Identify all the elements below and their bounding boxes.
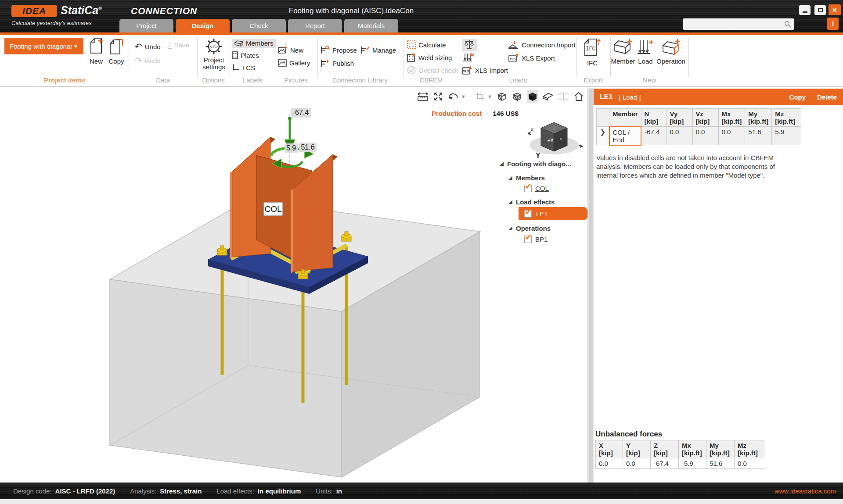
col-header-mx: Mx[kip.ft] xyxy=(718,109,745,127)
info-button[interactable]: i xyxy=(827,18,839,30)
measure-icon[interactable] xyxy=(417,90,429,103)
connection-import-button[interactable]: Connection Import xyxy=(508,40,576,49)
new-project-item-button[interactable]: New xyxy=(86,38,106,65)
project-settings-button[interactable]: </> Project settings xyxy=(194,38,234,71)
mx-cell[interactable]: 0.0 xyxy=(718,127,745,145)
chevron-down-icon[interactable]: ▼ xyxy=(487,94,492,99)
home-view-icon[interactable] xyxy=(573,90,584,103)
labels-plates-toggle[interactable]: Plates xyxy=(232,51,259,59)
close-button[interactable]: ✕ xyxy=(829,4,841,15)
member-col-label[interactable]: COL xyxy=(263,202,283,216)
vy-cell[interactable]: 0.0 xyxy=(666,127,692,145)
n-cell[interactable]: -67.4 xyxy=(641,127,666,145)
rotate-view-icon[interactable] xyxy=(448,90,459,103)
unb-header-my: My[kip.ft] xyxy=(706,440,735,458)
new-load-button[interactable]: Load xyxy=(636,39,655,65)
tree-group-members[interactable]: Members xyxy=(508,174,545,182)
internal-forces-table: Member N[kip] Vy[kip] Vz[kip] Mx[kip.ft]… xyxy=(596,108,801,146)
moment-mz-label: 5.9 xyxy=(285,143,298,153)
delete-load-button[interactable]: Delete xyxy=(817,93,837,101)
checkbox[interactable]: ✔ xyxy=(524,210,532,218)
my-cell[interactable]: 51.6 xyxy=(745,127,772,145)
xls-import-button[interactable]: XLS XLS Import xyxy=(462,66,508,75)
new-document-icon xyxy=(88,38,104,56)
mz-cell[interactable]: 5.9 xyxy=(772,127,801,145)
unb-z: -67.4 xyxy=(651,458,679,469)
svg-text:5.9: 5.9 xyxy=(286,144,296,152)
checkbox[interactable]: ✔ xyxy=(524,185,532,192)
gallery-icon xyxy=(278,59,287,67)
copy-project-item-button[interactable]: Copy xyxy=(106,38,126,65)
flip-view-icon[interactable] xyxy=(558,90,569,103)
table-row: ❯ COL / End -67.4 0.0 0.0 0.0 51.6 5.9 xyxy=(597,127,801,145)
weld-sizing-button[interactable]: +− ×÷ Weld sizing xyxy=(407,53,452,62)
footing-3d-scene[interactable]: -67.4 5.9 51.6 COL xyxy=(0,88,587,483)
crop-icon[interactable] xyxy=(474,90,486,103)
section-view-icon[interactable] xyxy=(542,90,554,103)
design-code-label: Design code: xyxy=(13,487,52,495)
navigation-cube[interactable]: +Y X Z Y X xyxy=(527,118,584,161)
calculate-button[interactable]: +− ×÷ Calculate xyxy=(407,40,446,49)
unbalanced-forces-table: X[kip] Y[kip] Z[kip] Mx[kip.ft] My[kip.f… xyxy=(595,440,765,469)
undo-button[interactable]: ↶ Undo xyxy=(135,41,161,52)
equilibrium-toggle[interactable] xyxy=(462,39,477,51)
checkbox[interactable]: ✔ xyxy=(524,236,532,243)
xls-export-button[interactable]: XLS XLS Export xyxy=(508,54,555,62)
tree-root[interactable]: Footing with diago... xyxy=(500,160,571,168)
minimize-button[interactable] xyxy=(799,5,811,15)
row-expander[interactable]: ❯ xyxy=(597,127,609,145)
project-item-dropdown[interactable]: Footing with diagonal ▼ xyxy=(4,38,83,54)
tree-item-col[interactable]: ✔ COL xyxy=(524,185,549,192)
ifc-export-button[interactable]: IFC IFC xyxy=(582,38,602,67)
expander-icon[interactable] xyxy=(508,226,512,230)
plate-icon xyxy=(232,51,238,59)
tree-group-operations[interactable]: Operations xyxy=(508,225,551,232)
viewport-scrollbar[interactable] xyxy=(587,88,594,483)
scrollbar-thumb[interactable] xyxy=(589,89,593,482)
redo-button[interactable]: ↷ Redo xyxy=(135,55,161,66)
transparent-view-icon[interactable] xyxy=(512,90,523,103)
tab-project[interactable]: Project xyxy=(119,19,173,32)
expander-icon[interactable] xyxy=(508,200,512,204)
member-cell[interactable]: COL / End xyxy=(609,127,641,145)
picture-new-button[interactable]: New xyxy=(278,46,303,54)
labels-lcs-toggle[interactable]: LCS xyxy=(232,64,255,71)
tree-item-le1-selected[interactable]: ✔ LE1 xyxy=(519,207,587,220)
search-icon[interactable] xyxy=(784,21,794,28)
save-button[interactable]: ↓ Save xyxy=(168,41,189,49)
zoom-fit-icon[interactable] xyxy=(432,90,444,103)
maximize-button[interactable] xyxy=(814,5,826,15)
units-value: in xyxy=(336,487,342,495)
tree-group-load-effects[interactable]: Load effects xyxy=(508,198,555,206)
gallery-button[interactable]: Gallery xyxy=(278,59,310,67)
publish-button[interactable]: Publish xyxy=(320,59,354,68)
new-member-button[interactable]: Member xyxy=(610,39,636,65)
group-label-export: Export xyxy=(578,76,609,84)
labels-members-toggle[interactable]: Members xyxy=(232,39,276,48)
chevron-down-icon[interactable]: ▼ xyxy=(461,94,466,99)
vz-cell[interactable]: 0.0 xyxy=(692,127,718,145)
manage-button[interactable]: Manage xyxy=(360,46,396,54)
expander-icon[interactable] xyxy=(500,162,504,166)
undo-icon: ↶ xyxy=(135,41,142,52)
solid-view-icon[interactable] xyxy=(527,90,538,103)
tab-materials[interactable]: Materials xyxy=(344,19,398,32)
search-input[interactable] xyxy=(683,19,784,29)
tree-item-bp1[interactable]: ✔ BP1 xyxy=(524,236,548,243)
loads-in-equilibrium-toggle[interactable] xyxy=(463,53,474,63)
new-operation-button[interactable]: Operation xyxy=(655,39,687,65)
overall-check-button[interactable]: Overall check xyxy=(407,66,458,75)
propose-button[interactable]: Propose xyxy=(320,46,357,54)
wireframe-view-icon[interactable] xyxy=(496,90,508,103)
tab-design[interactable]: Design xyxy=(176,19,230,32)
ideastatica-link[interactable]: www.ideastatica.com xyxy=(775,487,836,495)
tab-check[interactable]: Check xyxy=(232,19,286,32)
expander-icon[interactable] xyxy=(508,176,512,180)
tab-report[interactable]: Report xyxy=(288,19,342,32)
force-n-label: -67.4 xyxy=(291,108,311,118)
3d-viewport[interactable]: -67.4 5.9 51.6 COL ▼ xyxy=(0,88,587,483)
search-box[interactable] xyxy=(683,18,794,30)
column-col[interactable] xyxy=(230,137,338,274)
gear-icon: </> xyxy=(205,38,223,55)
copy-load-button[interactable]: Copy xyxy=(789,93,806,101)
